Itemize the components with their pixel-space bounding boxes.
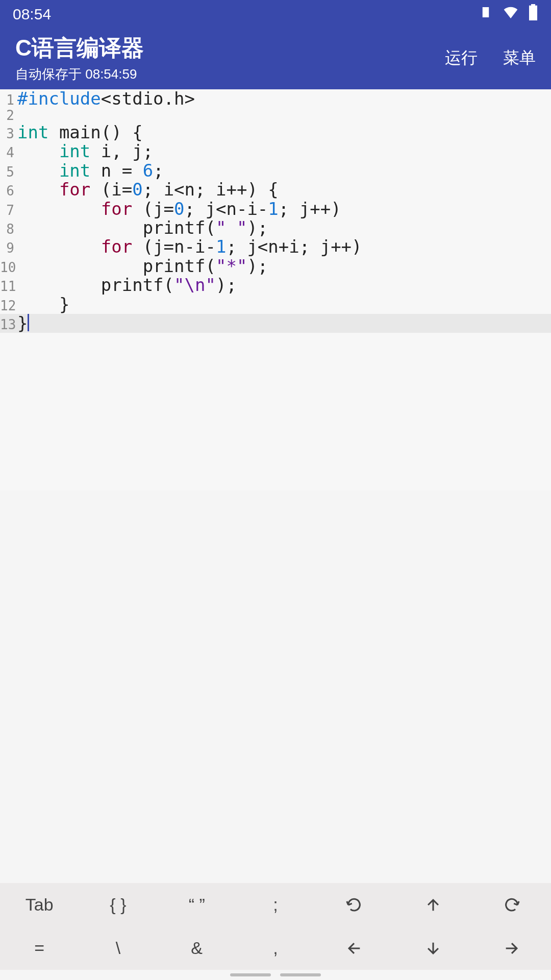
code-content[interactable]: for (j=n-i-1; j<n+i; j++) xyxy=(15,237,362,256)
autosave-status: 自动保存于 08:54:59 xyxy=(15,65,144,83)
code-line[interactable]: 3int main() { xyxy=(0,123,551,142)
line-number: 3 xyxy=(0,127,15,141)
code-line[interactable]: 10 printf("*"); xyxy=(0,257,551,276)
code-line[interactable]: 13} xyxy=(0,314,551,333)
arrow-down-icon[interactable] xyxy=(393,926,472,970)
arrow-left-icon[interactable] xyxy=(315,926,393,970)
line-number: 11 xyxy=(0,279,15,294)
key-[interactable]: { } xyxy=(79,883,157,926)
code-content[interactable]: for (i=0; i<n; i++) { xyxy=(15,180,279,199)
code-content[interactable]: int i, j; xyxy=(15,142,153,161)
line-number: 2 xyxy=(0,108,15,123)
menu-button[interactable]: 菜单 xyxy=(503,47,536,69)
code-line[interactable]: 11 printf("\n"); xyxy=(0,276,551,295)
code-line[interactable]: 4 int i, j; xyxy=(0,142,551,161)
nav-pill[interactable] xyxy=(230,973,271,976)
line-number: 9 xyxy=(0,241,15,256)
app-header: C语言编译器 自动保存于 08:54:59 运行 菜单 xyxy=(0,28,551,89)
code-line[interactable]: 9 for (j=n-i-1; j<n+i; j++) xyxy=(0,237,551,256)
arrow-up-icon[interactable] xyxy=(393,883,472,926)
android-nav-bar xyxy=(0,970,551,980)
status-bar: 08:54 xyxy=(0,0,551,28)
code-content[interactable]: printf("\n"); xyxy=(15,276,237,295)
key-Tab[interactable]: Tab xyxy=(0,883,79,926)
wifi-icon xyxy=(503,4,519,24)
key-[interactable]: & xyxy=(158,926,236,970)
status-icons xyxy=(478,4,538,24)
line-number: 12 xyxy=(0,299,15,313)
code-line[interactable]: 8 printf(" "); xyxy=(0,218,551,237)
code-content[interactable]: printf(" "); xyxy=(15,218,268,237)
arrow-right-icon[interactable] xyxy=(472,926,551,970)
code-content[interactable]: int main() { xyxy=(15,123,143,142)
run-button[interactable]: 运行 xyxy=(445,47,478,69)
redo-icon[interactable] xyxy=(472,883,551,926)
code-content[interactable]: } xyxy=(15,295,69,314)
symbol-toolbar: Tab{ }“ ”; =\&, xyxy=(0,883,551,970)
code-line[interactable]: 12 } xyxy=(0,295,551,314)
status-time: 08:54 xyxy=(13,6,51,23)
battery-icon xyxy=(528,4,538,24)
line-number: 5 xyxy=(0,165,15,180)
line-number: 13 xyxy=(0,317,15,332)
line-number: 8 xyxy=(0,222,15,237)
nav-pill[interactable] xyxy=(280,973,321,976)
code-content[interactable]: #include<stdio.h> xyxy=(15,89,195,108)
key-[interactable]: = xyxy=(0,926,79,970)
code-editor[interactable]: 1#include<stdio.h>23int main() {4 int i,… xyxy=(0,89,551,491)
code-line[interactable]: 7 for (j=0; j<n-i-1; j++) xyxy=(0,200,551,218)
app-title: C语言编译器 xyxy=(15,33,144,63)
vibrate-icon xyxy=(478,5,493,23)
text-caret xyxy=(28,314,29,331)
undo-icon[interactable] xyxy=(315,883,393,926)
key-[interactable]: \ xyxy=(79,926,157,970)
key-[interactable]: , xyxy=(236,926,315,970)
line-number: 10 xyxy=(0,260,15,275)
code-content[interactable]: } xyxy=(15,314,29,333)
code-line[interactable]: 2 xyxy=(0,108,551,123)
line-number: 1 xyxy=(0,93,15,108)
code-line[interactable]: 5 int n = 6; xyxy=(0,161,551,180)
line-number: 6 xyxy=(0,184,15,199)
code-content[interactable]: printf("*"); xyxy=(15,257,268,276)
code-line[interactable]: 1#include<stdio.h> xyxy=(0,89,551,108)
key-[interactable]: ; xyxy=(236,883,315,926)
line-number: 4 xyxy=(0,145,15,160)
key-[interactable]: “ ” xyxy=(158,883,236,926)
code-content[interactable]: for (j=0; j<n-i-1; j++) xyxy=(15,200,341,218)
code-line[interactable]: 6 for (i=0; i<n; i++) { xyxy=(0,180,551,199)
line-number: 7 xyxy=(0,203,15,218)
code-content[interactable]: int n = 6; xyxy=(15,161,164,180)
